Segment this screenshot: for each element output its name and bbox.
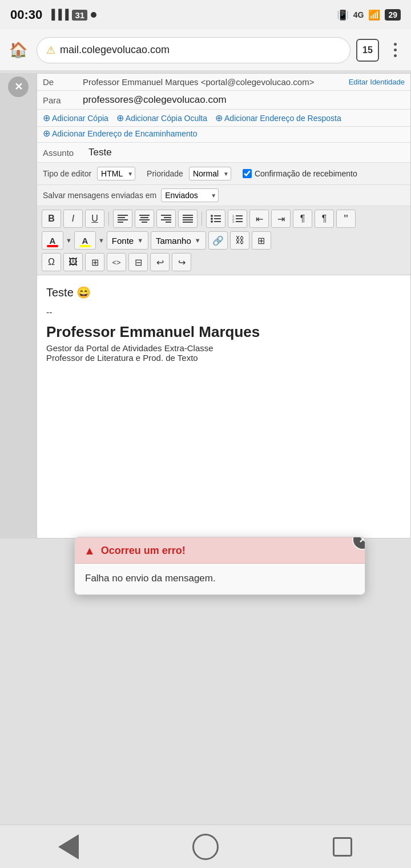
editor-type-select-wrapper: HTML Plain ▼ — [97, 167, 135, 180]
svg-rect-19 — [214, 218, 221, 219]
signature-title-1: Gestor da Portal de Atividades Extra-Cla… — [46, 343, 401, 353]
home-nav-button[interactable] — [183, 830, 228, 864]
svg-rect-23 — [236, 215, 243, 216]
calendar-icon: 31 — [72, 10, 87, 21]
confirm-receipt-label: Confirmação de recebimento — [255, 169, 357, 178]
highlight-color-indicator — [79, 245, 91, 247]
numbered-list-button[interactable]: 1.2.3. — [228, 210, 247, 228]
email-actions-row-2: ⊕ Adicionar Endereço de Encaminhamento — [37, 127, 410, 143]
editor-toolbar: B I U — [37, 206, 410, 275]
to-row: Para professores@colegevolucao.com — [37, 91, 410, 110]
home-circle-icon — [192, 834, 219, 860]
undo-button[interactable]: ↩ — [150, 253, 170, 271]
svg-rect-1 — [118, 217, 125, 218]
subject-row: Assunto Teste — [37, 143, 410, 163]
insert-link-button[interactable]: 🔗 — [208, 231, 228, 250]
priority-select[interactable]: Normal Alta Baixa — [189, 167, 231, 180]
insert-table-button[interactable]: ⊞ — [252, 231, 271, 250]
font-color-indicator — [47, 245, 58, 247]
toolbar-separator-2 — [202, 212, 202, 226]
signature-title-2: Professor de Literatura e Prod. de Texto — [46, 353, 401, 363]
add-reply-link[interactable]: ⊕ Adicionar Endereço de Resposta — [215, 112, 341, 123]
vibrate-icon: 📳 — [337, 9, 349, 21]
block-format-button[interactable]: ¶ — [315, 210, 334, 228]
align-justify-button[interactable] — [178, 210, 198, 228]
email-body[interactable]: Teste 😄 -- Professor Emmanuel Marques Ge… — [37, 275, 410, 538]
bold-button[interactable]: B — [42, 210, 61, 228]
outdent-button[interactable]: ⇤ — [249, 210, 269, 228]
error-modal: ✕ ▲ Ocorreu um erro! Falha no envio da m… — [74, 537, 365, 595]
add-copy-link[interactable]: ⊕ Adicionar Cópia — [43, 112, 108, 123]
home-button[interactable]: 🏠 — [6, 38, 31, 63]
special-chars-button[interactable]: Ω — [42, 253, 61, 271]
to-label: Para — [43, 95, 83, 105]
svg-rect-27 — [236, 221, 243, 222]
save-row: Salvar mensagens enviadas em Enviados Ra… — [37, 185, 410, 206]
to-value[interactable]: professores@colegevolucao.com — [83, 94, 405, 106]
subject-value[interactable]: Teste — [88, 147, 112, 158]
columns-button[interactable]: ⊟ — [128, 253, 148, 271]
insert-image-button[interactable]: 🖼 — [63, 253, 83, 271]
browser-url-text: mail.colegevolucao.com — [60, 44, 170, 56]
svg-rect-8 — [161, 215, 171, 216]
font-color-arrow-icon[interactable]: ▼ — [66, 237, 72, 244]
svg-rect-11 — [166, 222, 171, 223]
blockquote-button[interactable]: " — [336, 210, 356, 228]
status-bar: 00:30 ▐▐▐ 31 📳 4G 📶 29 — [0, 0, 411, 30]
svg-point-16 — [211, 215, 213, 217]
svg-rect-25 — [236, 218, 243, 219]
media-button[interactable]: ⊞ — [85, 253, 104, 271]
svg-rect-21 — [214, 221, 221, 222]
sidebar-close-button[interactable]: ✕ — [8, 77, 29, 97]
bullet-list-button[interactable] — [206, 210, 225, 228]
indent-button[interactable]: ⇥ — [271, 210, 291, 228]
source-code-button[interactable]: <> — [107, 253, 126, 271]
toolbar-row-1: B I U — [42, 210, 406, 228]
wifi-signal-icon: 📶 — [368, 9, 380, 21]
font-size-dropdown[interactable]: Tamanho ▼ — [151, 231, 206, 250]
add-bcc-link[interactable]: ⊕ Adicionar Cópia Oculta — [116, 112, 207, 123]
address-bar[interactable]: ⚠ mail.colegevolucao.com — [37, 37, 350, 63]
add-copy-plus-icon: ⊕ — [43, 112, 50, 123]
svg-rect-3 — [118, 222, 123, 223]
menu-dot-3 — [394, 54, 397, 57]
font-color-button[interactable]: A — [42, 231, 63, 250]
highlight-color-button[interactable]: A — [74, 231, 96, 250]
toolbar-row-2: A ▼ A ▼ Fonte ▼ Tamanho ▼ — [42, 231, 406, 250]
align-left-button[interactable] — [113, 210, 132, 228]
email-compose-panel: De Professor Emmanuel Marques <portal@co… — [37, 73, 411, 539]
back-button[interactable] — [46, 830, 91, 864]
navigation-bar — [0, 825, 411, 868]
save-folder-select[interactable]: Enviados Rascunhos — [161, 188, 219, 202]
font-size-arrow-icon: ▼ — [195, 237, 201, 244]
svg-rect-9 — [164, 217, 171, 218]
italic-button[interactable]: I — [63, 210, 83, 228]
paragraph-button[interactable]: ¶ — [293, 210, 312, 228]
editor-type-label: Tipo de editor — [43, 169, 91, 178]
underline-button[interactable]: U — [85, 210, 104, 228]
font-family-dropdown[interactable]: Fonte ▼ — [107, 231, 148, 250]
highlight-color-arrow-icon[interactable]: ▼ — [98, 237, 104, 244]
font-family-label: Fonte — [112, 236, 134, 246]
editor-options-row: Tipo de editor HTML Plain ▼ Prioridade N… — [37, 163, 410, 185]
add-reply-plus-icon: ⊕ — [215, 112, 223, 123]
confirm-receipt-checkbox[interactable] — [243, 169, 252, 178]
recents-square-icon — [333, 837, 352, 857]
recents-button[interactable] — [320, 830, 365, 864]
align-center-button[interactable] — [135, 210, 154, 228]
svg-rect-10 — [161, 219, 171, 220]
editor-type-select[interactable]: HTML Plain — [97, 167, 135, 180]
svg-rect-14 — [183, 219, 193, 220]
add-forward-link[interactable]: ⊕ Adicionar Endereço de Encaminhamento — [43, 128, 198, 139]
svg-rect-5 — [140, 217, 148, 218]
email-actions-row: ⊕ Adicionar Cópia ⊕ Adicionar Cópia Ocul… — [37, 110, 410, 127]
redo-button[interactable]: ↪ — [172, 253, 191, 271]
tab-count-badge[interactable]: 15 — [356, 39, 379, 62]
browser-menu-button[interactable] — [385, 39, 405, 62]
unlink-button[interactable]: ⛓ — [230, 231, 249, 250]
align-right-button[interactable] — [156, 210, 176, 228]
toolbar-separator-1 — [108, 212, 109, 226]
signal-bars-icon: ▐▐▐ — [48, 9, 68, 21]
edit-identity-link[interactable]: Editar Identidade — [349, 78, 405, 86]
from-value: Professor Emmanuel Marques <portal@coleg… — [83, 77, 345, 87]
